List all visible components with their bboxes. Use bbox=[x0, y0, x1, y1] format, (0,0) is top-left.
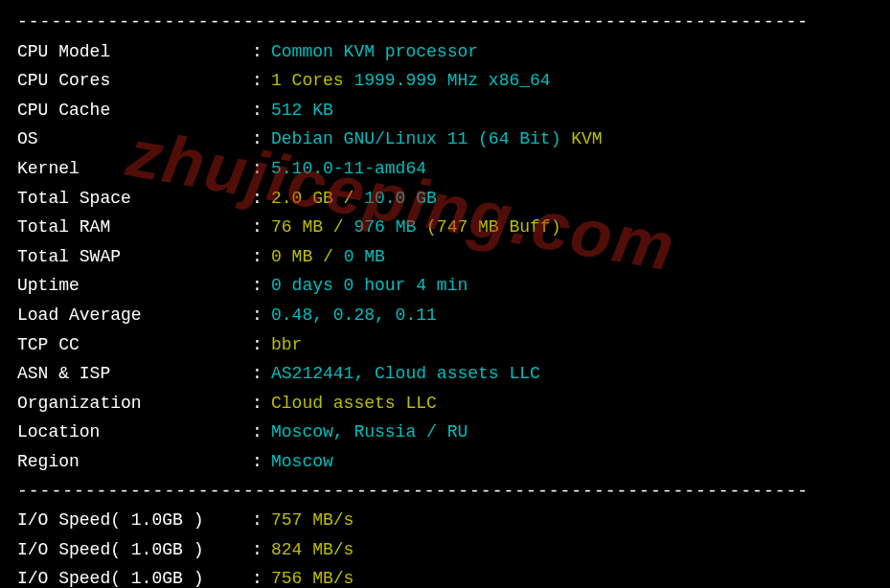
sysinfo-row: Organization: Cloud assets LLC bbox=[17, 389, 873, 418]
sysinfo-row: Region: Moscow bbox=[17, 447, 873, 477]
iospeed-label: I/O Speed( 1.0GB ) bbox=[17, 506, 252, 535]
colon: : bbox=[252, 447, 271, 477]
colon: : bbox=[252, 301, 271, 330]
sysinfo-value: 2.0 GB / 10.0 GB bbox=[271, 184, 437, 214]
colon: : bbox=[252, 37, 271, 67]
sysinfo-label: TCP CC bbox=[17, 330, 252, 360]
colon: : bbox=[252, 124, 271, 154]
colon: : bbox=[252, 359, 271, 389]
sysinfo-value-part: (747 MB Buff) bbox=[426, 217, 560, 237]
sysinfo-value: 1 Cores 1999.999 MHz x86_64 bbox=[271, 66, 551, 96]
sysinfo-label: ASN & ISP bbox=[17, 359, 252, 389]
sysinfo-value: 5.10.0-11-amd64 bbox=[271, 154, 426, 184]
sysinfo-value: bbr bbox=[271, 330, 302, 360]
sysinfo-value-part: AS212441, Cloud assets LLC bbox=[271, 364, 540, 383]
sysinfo-value: Debian GNU/Linux 11 (64 Bit) KVM bbox=[271, 124, 603, 154]
iospeed-value-part: 756 MB/s bbox=[271, 569, 354, 588]
sysinfo-label: Total SWAP bbox=[17, 242, 252, 272]
sysinfo-value-part: 512 KB bbox=[271, 101, 333, 120]
iospeed-row: I/O Speed( 1.0GB ): 824 MB/s bbox=[17, 535, 873, 565]
iospeed-value: 756 MB/s bbox=[271, 564, 354, 588]
sysinfo-value-part: 1 Cores bbox=[271, 71, 344, 90]
sysinfo-label: Region bbox=[17, 447, 252, 477]
sysinfo-value-part: 976 MB bbox=[354, 217, 426, 237]
sysinfo-row: Load Average: 0.48, 0.28, 0.11 bbox=[17, 301, 873, 330]
sysinfo-value: 0 MB / 0 MB bbox=[271, 242, 385, 272]
colon: : bbox=[252, 418, 271, 447]
sysinfo-value-part: 0 MB bbox=[344, 247, 385, 266]
sysinfo-row: Location: Moscow, Russia / RU bbox=[17, 418, 873, 447]
sysinfo-value-part: KVM bbox=[571, 129, 602, 148]
sysinfo-label: Kernel bbox=[17, 154, 252, 184]
sysinfo-row: ASN & ISP: AS212441, Cloud assets LLC bbox=[17, 359, 873, 389]
sysinfo-label: CPU Cache bbox=[17, 96, 252, 125]
colon: : bbox=[252, 271, 271, 301]
sysinfo-value: 0.48, 0.28, 0.11 bbox=[271, 301, 437, 330]
sysinfo-label: Organization bbox=[17, 389, 252, 418]
sysinfo-row: TCP CC: bbr bbox=[17, 330, 873, 360]
colon: : bbox=[252, 154, 271, 184]
sysinfo-label: Total RAM bbox=[17, 213, 252, 242]
divider-mid: ----------------------------------------… bbox=[17, 477, 873, 507]
colon: : bbox=[252, 213, 271, 242]
sysinfo-value: 512 KB bbox=[271, 96, 333, 125]
sysinfo-value-part: bbr bbox=[271, 335, 302, 354]
sysinfo-value: AS212441, Cloud assets LLC bbox=[271, 359, 540, 389]
iospeed-value: 824 MB/s bbox=[271, 535, 354, 565]
sysinfo-value-part: Moscow bbox=[271, 452, 333, 471]
iospeed-label: I/O Speed( 1.0GB ) bbox=[17, 564, 252, 588]
colon: : bbox=[252, 535, 271, 565]
sysinfo-label: CPU Cores bbox=[17, 66, 252, 96]
iospeed-row: I/O Speed( 1.0GB ): 757 MB/s bbox=[17, 506, 873, 535]
sysinfo-value-part: Cloud assets LLC bbox=[271, 394, 437, 413]
iospeed-value-part: 824 MB/s bbox=[271, 540, 354, 559]
sysinfo-value-part: 0.48, 0.28, 0.11 bbox=[271, 305, 437, 325]
colon: : bbox=[252, 330, 271, 360]
sysinfo-value-part: 1999.999 MHz x86_64 bbox=[344, 71, 551, 90]
colon: : bbox=[252, 506, 271, 535]
sysinfo-value-part: 0 days 0 hour 4 min bbox=[271, 276, 468, 295]
sysinfo-label: Uptime bbox=[17, 271, 252, 301]
colon: : bbox=[252, 66, 271, 96]
iospeed-value-part: 757 MB/s bbox=[271, 510, 354, 530]
colon: : bbox=[252, 96, 271, 125]
sysinfo-value: Moscow bbox=[271, 447, 333, 477]
sysinfo-row: Uptime: 0 days 0 hour 4 min bbox=[17, 271, 873, 301]
divider-top: ----------------------------------------… bbox=[17, 8, 873, 37]
sysinfo-label: OS bbox=[17, 124, 252, 154]
system-info-block: CPU Model: Common KVM processorCPU Cores… bbox=[17, 37, 873, 477]
sysinfo-value: Common KVM processor bbox=[271, 37, 478, 67]
sysinfo-row: CPU Cache: 512 KB bbox=[17, 96, 873, 125]
sysinfo-label: Location bbox=[17, 418, 252, 447]
iospeed-row: I/O Speed( 1.0GB ): 756 MB/s bbox=[17, 564, 873, 588]
sysinfo-value-part: Debian GNU/Linux 11 (64 Bit) bbox=[271, 129, 571, 148]
sysinfo-value-part: 2.0 GB / bbox=[271, 189, 364, 208]
sysinfo-value-part: Moscow, Russia / RU bbox=[271, 422, 468, 441]
sysinfo-value: 0 days 0 hour 4 min bbox=[271, 271, 468, 301]
sysinfo-label: CPU Model bbox=[17, 37, 252, 67]
sysinfo-row: CPU Cores: 1 Cores 1999.999 MHz x86_64 bbox=[17, 66, 873, 96]
iospeed-value: 757 MB/s bbox=[271, 506, 354, 535]
sysinfo-value: Cloud assets LLC bbox=[271, 389, 437, 418]
sysinfo-value: Moscow, Russia / RU bbox=[271, 418, 468, 447]
colon: : bbox=[252, 564, 271, 588]
sysinfo-value-part: 0 MB / bbox=[271, 247, 344, 266]
sysinfo-value-part: Common KVM processor bbox=[271, 42, 478, 61]
sysinfo-row: OS: Debian GNU/Linux 11 (64 Bit) KVM bbox=[17, 124, 873, 154]
iospeed-label: I/O Speed( 1.0GB ) bbox=[17, 535, 252, 565]
sysinfo-value-part: 76 MB / bbox=[271, 217, 354, 237]
io-speed-block: I/O Speed( 1.0GB ): 757 MB/sI/O Speed( 1… bbox=[17, 506, 873, 588]
sysinfo-value-part: 5.10.0-11-amd64 bbox=[271, 159, 426, 178]
colon: : bbox=[252, 184, 271, 214]
sysinfo-value: 76 MB / 976 MB (747 MB Buff) bbox=[271, 213, 560, 242]
sysinfo-label: Total Space bbox=[17, 184, 252, 214]
sysinfo-row: CPU Model: Common KVM processor bbox=[17, 37, 873, 67]
sysinfo-row: Total Space: 2.0 GB / 10.0 GB bbox=[17, 184, 873, 214]
sysinfo-row: Kernel: 5.10.0-11-amd64 bbox=[17, 154, 873, 184]
sysinfo-label: Load Average bbox=[17, 301, 252, 330]
sysinfo-value-part: 10.0 GB bbox=[364, 189, 437, 208]
colon: : bbox=[252, 242, 271, 272]
colon: : bbox=[252, 389, 271, 418]
sysinfo-row: Total SWAP: 0 MB / 0 MB bbox=[17, 242, 873, 272]
sysinfo-row: Total RAM: 76 MB / 976 MB (747 MB Buff) bbox=[17, 213, 873, 242]
